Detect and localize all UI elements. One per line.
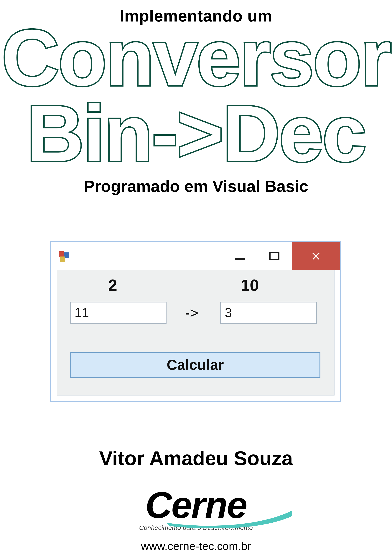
title-line-2: Bin->Dec	[0, 96, 392, 171]
cerne-logo: Cerne	[145, 484, 247, 526]
main-title: Conversor Bin->Dec	[0, 20, 392, 171]
output-base-label: 10	[241, 276, 259, 295]
close-button[interactable]: ×	[292, 242, 340, 270]
arrow-label: ->	[185, 304, 198, 321]
minimize-icon	[235, 258, 245, 260]
maximize-icon	[269, 252, 279, 260]
window-titlebar: ×	[51, 242, 340, 270]
author-name: Vitor Amadeu Souza	[0, 447, 392, 470]
vb-form-window: × 2 10 11 3 -> Calcular	[50, 241, 341, 402]
maximize-button[interactable]	[257, 242, 292, 270]
decimal-output[interactable]: 3	[220, 302, 317, 324]
brand-name: Cerne	[145, 484, 247, 525]
minimize-button[interactable]	[223, 242, 257, 270]
form-client-area: 2 10 11 3 -> Calcular	[57, 270, 335, 395]
binary-input[interactable]: 11	[70, 302, 166, 324]
subtitle: Programado em Visual Basic	[0, 177, 392, 196]
input-base-label: 2	[108, 276, 117, 295]
window-controls: ×	[223, 242, 340, 270]
calculate-button[interactable]: Calcular	[70, 352, 321, 378]
publisher-logo-block: Cerne Conhecimento para o Desenvolviment…	[113, 484, 279, 552]
application-icon	[59, 251, 69, 262]
calculate-button-label: Calcular	[167, 356, 224, 373]
cover-title-block: Implementando um Conversor Bin->Dec Prog…	[0, 7, 392, 196]
title-line-1: Conversor	[0, 20, 392, 96]
brand-url: www.cerne-tec.com.br	[113, 540, 279, 552]
base-labels-row: 2 10	[57, 276, 334, 298]
close-icon: ×	[311, 247, 321, 266]
